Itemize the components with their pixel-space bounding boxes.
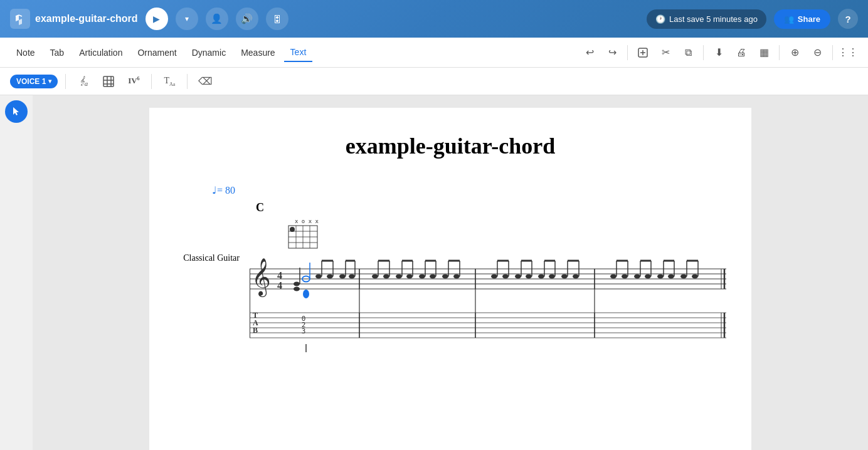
- play-icon: ▶: [153, 14, 160, 24]
- staff-container: Classical Guitar x o x x: [174, 216, 726, 356]
- voice-dropdown[interactable]: VOICE 1 ▾: [10, 75, 58, 88]
- more-button[interactable]: ⋮⋮: [838, 43, 858, 63]
- clock-icon: 🕐: [655, 14, 665, 24]
- svg-point-64: [349, 275, 355, 279]
- svg-point-112: [634, 275, 640, 279]
- last-save-label: Last save 5 minutes ago: [669, 14, 758, 24]
- svg-point-124: [692, 275, 698, 279]
- svg-line-1: [19, 15, 22, 16]
- svg-text:𝄞: 𝄞: [251, 258, 271, 298]
- svg-point-55: [294, 282, 300, 286]
- menu-dynamic[interactable]: Dynamic: [186, 44, 232, 61]
- svg-point-87: [491, 275, 497, 279]
- svg-point-94: [526, 275, 532, 279]
- svg-point-72: [396, 275, 402, 279]
- svg-rect-5: [103, 76, 114, 86]
- toolbar-divider-3: [779, 45, 780, 60]
- chord-symbol-icon: IV6: [128, 76, 139, 86]
- lyrics-icon: 𝄞a: [80, 76, 88, 87]
- svg-text:4: 4: [277, 270, 282, 281]
- print-button[interactable]: 🖨: [731, 43, 751, 63]
- dropdown-button[interactable]: ▾: [176, 8, 198, 30]
- tempo-marking: ♩= 80: [212, 184, 726, 196]
- help-icon: ?: [845, 14, 850, 24]
- volume-button[interactable]: 🔊: [236, 8, 258, 30]
- svg-point-18: [290, 227, 295, 232]
- svg-point-62: [339, 275, 346, 279]
- svg-point-82: [442, 275, 448, 279]
- chord-symbol-button[interactable]: IV6: [124, 71, 144, 92]
- profile-button[interactable]: 👤: [206, 8, 228, 30]
- sub-divider-2: [151, 74, 152, 89]
- help-button[interactable]: ?: [838, 9, 858, 29]
- svg-point-119: [668, 275, 674, 279]
- insert-button[interactable]: [633, 43, 653, 63]
- toolbar-divider-1: [627, 45, 628, 60]
- svg-point-104: [573, 275, 579, 279]
- cut-button[interactable]: ✂: [655, 43, 675, 63]
- menu-tab[interactable]: Tab: [44, 44, 71, 61]
- mixer-icon: 🎛: [272, 14, 282, 24]
- svg-point-67: [372, 275, 378, 279]
- share-icon: 👥: [784, 14, 794, 24]
- pointer-icon: [11, 106, 22, 117]
- svg-text:x  o x x: x o x x: [295, 218, 319, 224]
- sub-toolbar: VOICE 1 ▾ 𝄞a IV6 TAa ⌫: [0, 68, 868, 95]
- sub-divider-3: [187, 74, 188, 89]
- mixer-button[interactable]: 🎛: [266, 8, 288, 30]
- menu-ornament[interactable]: Ornament: [131, 44, 183, 61]
- chord-grid-icon: [103, 76, 114, 87]
- chevron-down-icon: ▾: [185, 14, 189, 23]
- svg-point-57: [315, 275, 322, 279]
- menu-note[interactable]: Note: [10, 44, 41, 61]
- app-title: example-guitar-chord: [35, 13, 138, 24]
- main-content: example-guitar-chord ♩= 80 C Classical G…: [33, 95, 868, 450]
- delete-icon: ⌫: [198, 75, 213, 87]
- svg-point-99: [549, 275, 555, 279]
- svg-point-92: [515, 275, 521, 279]
- staff-svg: x o x x: [250, 216, 726, 356]
- zoom-in-button[interactable]: ⊕: [785, 43, 805, 63]
- text-style-button[interactable]: TAa: [159, 71, 179, 92]
- chord-name: C: [256, 201, 726, 214]
- toolbar-divider-2: [703, 45, 704, 60]
- lyrics-button[interactable]: 𝄞a: [73, 71, 93, 92]
- layout-button[interactable]: ▦: [754, 43, 774, 63]
- svg-point-59: [327, 275, 333, 279]
- toolbar-actions: ↩ ↪ ✂ ⧉ ⬇ 🖨 ▦ ⊕ ⊖ ⋮⋮: [580, 43, 858, 63]
- instrument-label: Classical Guitar: [174, 216, 250, 263]
- notation-area: ♩= 80 C Classical Guitar x o x x: [174, 184, 726, 356]
- svg-point-84: [453, 275, 460, 279]
- share-label: Share: [798, 14, 820, 24]
- menu-text[interactable]: Text: [284, 43, 313, 62]
- score-title: example-guitar-chord: [174, 133, 726, 159]
- delete-button[interactable]: ⌫: [195, 71, 215, 92]
- menu-articulation[interactable]: Articulation: [73, 44, 129, 61]
- play-button[interactable]: ▶: [146, 8, 168, 30]
- copy-button[interactable]: ⧉: [678, 43, 698, 63]
- redo-button[interactable]: ↪: [602, 43, 622, 63]
- voice-label: VOICE 1: [16, 77, 46, 86]
- sub-divider-1: [65, 74, 66, 89]
- app-logo: example-guitar-chord: [10, 9, 138, 29]
- chord-grid-button[interactable]: [98, 71, 119, 92]
- share-button[interactable]: 👥 Share: [774, 9, 830, 29]
- undo-button[interactable]: ↩: [580, 43, 600, 63]
- svg-point-109: [622, 275, 628, 279]
- tool-button[interactable]: [5, 100, 28, 123]
- svg-point-74: [406, 275, 413, 279]
- svg-point-79: [430, 275, 436, 279]
- svg-point-69: [383, 275, 389, 279]
- menu-measure[interactable]: Measure: [235, 44, 281, 61]
- download-button[interactable]: ⬇: [709, 43, 729, 63]
- last-save-button[interactable]: 🕐 Last save 5 minutes ago: [647, 9, 766, 29]
- svg-text:B: B: [253, 326, 258, 335]
- svg-text:3: 3: [302, 327, 306, 335]
- svg-point-89: [502, 275, 509, 279]
- svg-point-122: [680, 275, 687, 279]
- svg-point-54: [294, 287, 300, 291]
- toolbar-divider-4: [832, 45, 833, 60]
- left-panel: [0, 95, 33, 123]
- zoom-out-button[interactable]: ⊖: [807, 43, 827, 63]
- menu-toolbar: Note Tab Articulation Ornament Dynamic M…: [0, 38, 868, 68]
